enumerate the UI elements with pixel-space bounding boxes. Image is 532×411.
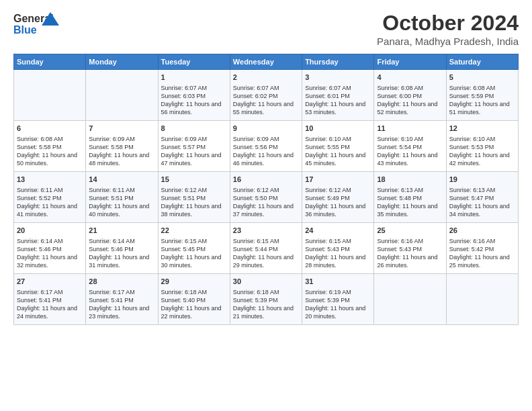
day-info: Sunrise: 6:08 AM Sunset: 5:58 PM Dayligh… [17, 135, 83, 168]
calendar-cell [446, 274, 518, 325]
day-number: 24 [305, 226, 371, 236]
calendar-cell: 13Sunrise: 6:11 AM Sunset: 5:52 PM Dayli… [14, 172, 86, 223]
calendar-cell: 8Sunrise: 6:09 AM Sunset: 5:57 PM Daylig… [158, 121, 230, 172]
calendar-cell: 29Sunrise: 6:18 AM Sunset: 5:40 PM Dayli… [158, 274, 230, 325]
day-info: Sunrise: 6:09 AM Sunset: 5:58 PM Dayligh… [89, 135, 154, 168]
column-header-thursday: Thursday [302, 54, 374, 70]
title-block: October 2024 Panara, Madhya Pradesh, Ind… [377, 11, 519, 47]
day-info: Sunrise: 6:17 AM Sunset: 5:41 PM Dayligh… [89, 288, 154, 321]
day-info: Sunrise: 6:18 AM Sunset: 5:39 PM Dayligh… [233, 288, 299, 321]
day-number: 29 [161, 277, 227, 287]
day-number: 17 [305, 175, 371, 185]
calendar-cell: 2Sunrise: 6:07 AM Sunset: 6:02 PM Daylig… [230, 70, 302, 121]
calendar-cell: 24Sunrise: 6:15 AM Sunset: 5:43 PM Dayli… [302, 223, 374, 274]
calendar-cell: 19Sunrise: 6:13 AM Sunset: 5:47 PM Dayli… [446, 172, 518, 223]
day-info: Sunrise: 6:07 AM Sunset: 6:03 PM Dayligh… [161, 84, 227, 117]
day-info: Sunrise: 6:15 AM Sunset: 5:43 PM Dayligh… [305, 237, 371, 270]
day-info: Sunrise: 6:11 AM Sunset: 5:51 PM Dayligh… [89, 186, 154, 219]
day-info: Sunrise: 6:09 AM Sunset: 5:57 PM Dayligh… [161, 135, 227, 168]
calendar-cell: 30Sunrise: 6:18 AM Sunset: 5:39 PM Dayli… [230, 274, 302, 325]
calendar-cell: 12Sunrise: 6:10 AM Sunset: 5:53 PM Dayli… [446, 121, 518, 172]
svg-text:Blue: Blue [13, 24, 37, 36]
day-info: Sunrise: 6:08 AM Sunset: 6:00 PM Dayligh… [377, 84, 443, 117]
day-number: 23 [233, 226, 299, 236]
day-info: Sunrise: 6:07 AM Sunset: 6:02 PM Dayligh… [233, 84, 299, 117]
day-number: 26 [449, 226, 515, 236]
calendar-cell: 14Sunrise: 6:11 AM Sunset: 5:51 PM Dayli… [86, 172, 158, 223]
day-number: 20 [17, 226, 83, 236]
day-number: 2 [233, 73, 299, 83]
calendar-cell: 25Sunrise: 6:16 AM Sunset: 5:43 PM Dayli… [374, 223, 446, 274]
day-number: 25 [377, 226, 443, 236]
day-number: 21 [89, 226, 154, 236]
day-info: Sunrise: 6:15 AM Sunset: 5:44 PM Dayligh… [233, 237, 299, 270]
day-number: 5 [449, 73, 515, 83]
day-number: 19 [449, 175, 515, 185]
column-header-sunday: Sunday [14, 54, 86, 70]
day-info: Sunrise: 6:12 AM Sunset: 5:50 PM Dayligh… [233, 186, 299, 219]
day-info: Sunrise: 6:11 AM Sunset: 5:52 PM Dayligh… [17, 186, 83, 219]
calendar-cell: 10Sunrise: 6:10 AM Sunset: 5:55 PM Dayli… [302, 121, 374, 172]
calendar-cell: 23Sunrise: 6:15 AM Sunset: 5:44 PM Dayli… [230, 223, 302, 274]
day-number: 16 [233, 175, 299, 185]
calendar-cell [14, 70, 86, 121]
day-info: Sunrise: 6:16 AM Sunset: 5:43 PM Dayligh… [377, 237, 443, 270]
day-info: Sunrise: 6:07 AM Sunset: 6:01 PM Dayligh… [305, 84, 371, 117]
week-row-2: 6Sunrise: 6:08 AM Sunset: 5:58 PM Daylig… [14, 121, 519, 172]
logo: GeneralBlue [13, 11, 60, 38]
week-row-3: 13Sunrise: 6:11 AM Sunset: 5:52 PM Dayli… [14, 172, 519, 223]
calendar-cell: 7Sunrise: 6:09 AM Sunset: 5:58 PM Daylig… [86, 121, 158, 172]
column-header-saturday: Saturday [446, 54, 518, 70]
calendar-cell: 3Sunrise: 6:07 AM Sunset: 6:01 PM Daylig… [302, 70, 374, 121]
calendar-cell [86, 70, 158, 121]
calendar-cell: 11Sunrise: 6:10 AM Sunset: 5:54 PM Dayli… [374, 121, 446, 172]
column-header-friday: Friday [374, 54, 446, 70]
day-number: 9 [233, 124, 299, 134]
day-info: Sunrise: 6:13 AM Sunset: 5:47 PM Dayligh… [449, 186, 515, 219]
calendar-cell: 1Sunrise: 6:07 AM Sunset: 6:03 PM Daylig… [158, 70, 230, 121]
header-row: SundayMondayTuesdayWednesdayThursdayFrid… [14, 54, 519, 70]
day-info: Sunrise: 6:09 AM Sunset: 5:56 PM Dayligh… [233, 135, 299, 168]
day-info: Sunrise: 6:18 AM Sunset: 5:40 PM Dayligh… [161, 288, 227, 321]
calendar-cell: 31Sunrise: 6:19 AM Sunset: 5:39 PM Dayli… [302, 274, 374, 325]
day-info: Sunrise: 6:10 AM Sunset: 5:54 PM Dayligh… [377, 135, 443, 168]
day-number: 18 [377, 175, 443, 185]
day-number: 30 [233, 277, 299, 287]
main-title: October 2024 [377, 11, 519, 36]
page: GeneralBlue October 2024 Panara, Madhya … [0, 0, 532, 411]
calendar-cell: 27Sunrise: 6:17 AM Sunset: 5:41 PM Dayli… [14, 274, 86, 325]
day-number: 6 [17, 124, 83, 134]
day-number: 7 [89, 124, 154, 134]
day-number: 1 [161, 73, 227, 83]
day-number: 14 [89, 175, 154, 185]
calendar-cell: 5Sunrise: 6:08 AM Sunset: 5:59 PM Daylig… [446, 70, 518, 121]
calendar-cell: 16Sunrise: 6:12 AM Sunset: 5:50 PM Dayli… [230, 172, 302, 223]
calendar-cell: 18Sunrise: 6:13 AM Sunset: 5:48 PM Dayli… [374, 172, 446, 223]
calendar-cell: 20Sunrise: 6:14 AM Sunset: 5:46 PM Dayli… [14, 223, 86, 274]
day-number: 13 [17, 175, 83, 185]
day-info: Sunrise: 6:14 AM Sunset: 5:46 PM Dayligh… [17, 237, 83, 270]
calendar-cell: 28Sunrise: 6:17 AM Sunset: 5:41 PM Dayli… [86, 274, 158, 325]
day-number: 3 [305, 73, 371, 83]
week-row-5: 27Sunrise: 6:17 AM Sunset: 5:41 PM Dayli… [14, 274, 519, 325]
calendar-cell [374, 274, 446, 325]
header: GeneralBlue October 2024 Panara, Madhya … [13, 11, 519, 47]
day-number: 31 [305, 277, 371, 287]
day-number: 10 [305, 124, 371, 134]
day-info: Sunrise: 6:08 AM Sunset: 5:59 PM Dayligh… [449, 84, 515, 117]
column-header-wednesday: Wednesday [230, 54, 302, 70]
day-info: Sunrise: 6:10 AM Sunset: 5:55 PM Dayligh… [305, 135, 371, 168]
day-info: Sunrise: 6:10 AM Sunset: 5:53 PM Dayligh… [449, 135, 515, 168]
logo-icon: GeneralBlue [13, 11, 60, 38]
calendar-cell: 26Sunrise: 6:16 AM Sunset: 5:42 PM Dayli… [446, 223, 518, 274]
calendar-cell: 6Sunrise: 6:08 AM Sunset: 5:58 PM Daylig… [14, 121, 86, 172]
week-row-1: 1Sunrise: 6:07 AM Sunset: 6:03 PM Daylig… [14, 70, 519, 121]
day-info: Sunrise: 6:17 AM Sunset: 5:41 PM Dayligh… [17, 288, 83, 321]
calendar-cell: 17Sunrise: 6:12 AM Sunset: 5:49 PM Dayli… [302, 172, 374, 223]
calendar-cell: 4Sunrise: 6:08 AM Sunset: 6:00 PM Daylig… [374, 70, 446, 121]
day-number: 12 [449, 124, 515, 134]
day-number: 28 [89, 277, 154, 287]
day-number: 15 [161, 175, 227, 185]
day-number: 11 [377, 124, 443, 134]
column-header-tuesday: Tuesday [158, 54, 230, 70]
